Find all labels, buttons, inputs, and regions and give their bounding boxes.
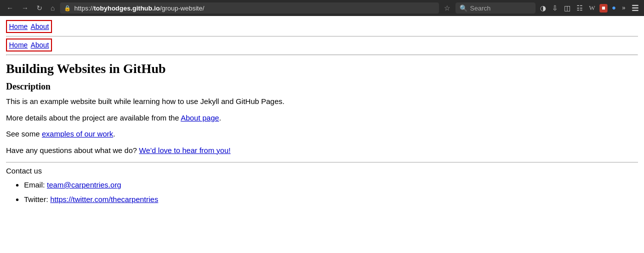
email-list-item: Email: team@carpentries.org — [24, 178, 638, 192]
w-extension-icon[interactable]: W — [588, 3, 596, 13]
paragraph-3: See some examples of our work. — [6, 128, 638, 140]
email-label: Email: — [24, 180, 47, 189]
lock-icon: 🔒 — [64, 5, 71, 12]
para2-after: . — [219, 114, 221, 122]
search-bar[interactable]: 🔍 Search — [456, 2, 536, 14]
nav-outlined-box-2: HomeAbout — [6, 38, 52, 52]
para3-after: . — [113, 130, 115, 138]
nav-separator-1 — [6, 36, 638, 36]
home-button[interactable]: ⌂ — [48, 4, 57, 12]
page-content: HomeAbout HomeAbout Building Websites in… — [0, 16, 644, 211]
pin-icon[interactable]: ● — [610, 3, 618, 13]
menu-button[interactable]: ☰ — [630, 2, 640, 14]
nav-section-1: HomeAbout — [6, 20, 638, 34]
home-link-1[interactable]: Home — [9, 22, 28, 30]
url-bar[interactable]: 🔒 https://tobyhodges.github.io/group-web… — [60, 2, 439, 14]
para1-text: This is an example website built while l… — [6, 97, 284, 106]
contact-link[interactable]: We’d love to hear from you! — [139, 146, 230, 154]
pocket-icon[interactable]: ◑ — [538, 3, 548, 14]
paragraph-2: More details about the project are avail… — [6, 112, 638, 124]
bookmark-star-button[interactable]: ☆ — [442, 3, 452, 13]
nav-section-2: HomeAbout — [6, 38, 638, 52]
description-heading: Description — [6, 82, 638, 92]
footer-heading: Contact us — [6, 166, 638, 175]
download-icon[interactable]: ⇩ — [550, 3, 560, 14]
twitter-label: Twitter: — [24, 195, 50, 204]
more-tools-button[interactable]: » — [620, 3, 627, 13]
reload-button[interactable]: ↻ — [34, 4, 45, 12]
about-link-2[interactable]: About — [30, 41, 49, 49]
page-title: Building Websites in GitHub — [6, 62, 638, 76]
browser-chrome: ← → ↻ ⌂ 🔒 https://tobyhodges.github.io/g… — [0, 0, 644, 16]
home-link-2[interactable]: Home — [9, 41, 28, 49]
para2-before: More details about the project are avail… — [6, 114, 180, 122]
about-link-1[interactable]: About — [30, 22, 49, 30]
examples-link[interactable]: examples of our work — [42, 130, 114, 138]
paragraph-4: Have any questions about what we do? We’… — [6, 145, 638, 156]
footer-list: Email: team@carpentries.org Twitter: htt… — [6, 178, 638, 206]
email-link[interactable]: team@carpentries.org — [47, 180, 122, 189]
forward-button[interactable]: → — [19, 4, 31, 12]
content-separator — [6, 162, 638, 162]
toolbar-icons: ◑ ⇩ ◫ ☷ W ■ ● » ☰ — [538, 2, 640, 14]
back-button[interactable]: ← — [4, 4, 16, 12]
url-text: https://tobyhodges.github.io/group-websi… — [74, 4, 204, 12]
para4-before: Have any questions about what we do? — [6, 146, 139, 154]
search-icon: 🔍 — [460, 4, 468, 12]
library-icon[interactable]: ☷ — [575, 3, 584, 14]
red-extension-icon[interactable]: ■ — [600, 4, 607, 12]
nav-separator-2 — [6, 54, 638, 56]
paragraph-1: This is an example website built while l… — [6, 96, 638, 108]
search-label: Search — [470, 4, 490, 12]
twitter-list-item: Twitter: https://twitter.com/thecarpentr… — [24, 192, 638, 206]
twitter-link[interactable]: https://twitter.com/thecarpentries — [50, 195, 158, 204]
nav-outlined-box: HomeAbout — [6, 20, 52, 33]
about-page-link[interactable]: About page — [180, 114, 219, 122]
tab-icon[interactable]: ◫ — [562, 3, 572, 14]
para3-before: See some — [6, 130, 42, 138]
